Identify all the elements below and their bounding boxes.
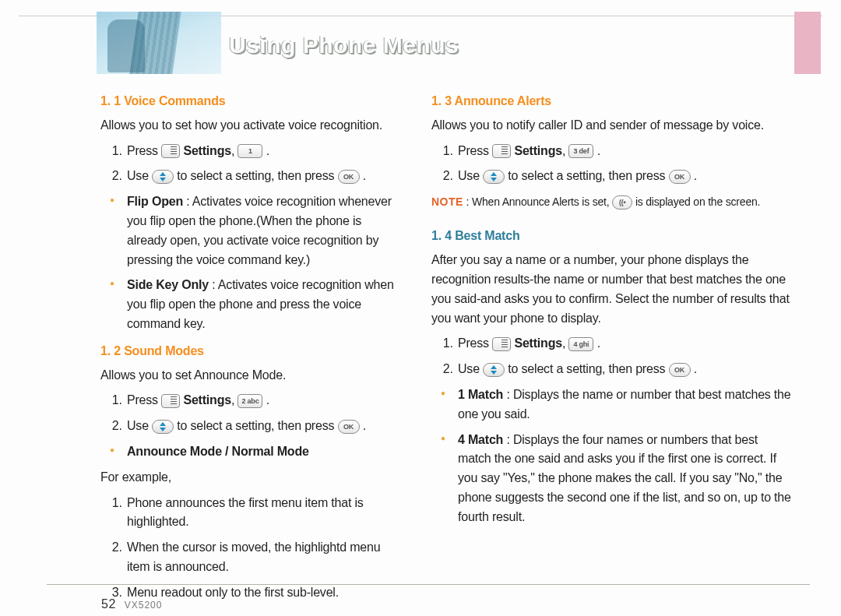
step-1: Press Settings, 3 def . (456, 142, 791, 161)
example-2: When the cursor is moved, the highlightd… (125, 538, 402, 577)
content-columns: 1. 1 Voice Commands Allows you to set ho… (19, 92, 822, 609)
nav-key-icon (152, 170, 174, 184)
step-1: Press Settings, 1 . (125, 142, 402, 161)
example-1: Phone announces the first menu item that… (125, 494, 402, 533)
ok-key-icon: OK (669, 170, 691, 184)
digit-4-key-icon: 4 ghi (568, 337, 593, 351)
model-label: VX5200 (125, 600, 163, 611)
menu-key-icon (492, 337, 511, 351)
page-number: 52 (101, 597, 116, 611)
step-1: Press Settings, 4 ghi . (456, 334, 791, 354)
bullet-side-key: Side Key Only : Activates voice recognit… (110, 276, 402, 333)
bullet-announce-mode: Announce Mode / Normal Mode (110, 442, 402, 462)
bullet-list: 1 Match : Displays the name or number th… (441, 385, 791, 527)
ok-key-icon: OK (338, 420, 360, 434)
digit-3-key-icon: 3 def (568, 144, 593, 158)
step-2: Use to select a setting, then press OK . (125, 417, 402, 436)
heading-announce-alerts: 1. 3 Announce Alerts (431, 92, 791, 111)
digit-1-key-icon: 1 (238, 144, 262, 158)
announce-indicator-icon: ((• (612, 195, 632, 209)
nav-key-icon (483, 170, 505, 184)
ok-key-icon: OK (669, 363, 691, 377)
steps-list: Press Settings, 3 def . Use to select a … (456, 142, 791, 187)
intro-text: Allows you to set Announce Mode. (100, 366, 402, 385)
heading-voice-commands: 1. 1 Voice Commands (100, 92, 402, 111)
note-label: NOTE (431, 195, 463, 208)
bullet-list: Announce Mode / Normal Mode (110, 442, 402, 462)
nav-key-icon (152, 420, 174, 434)
steps-list: Press Settings, 4 ghi . Use to select a … (456, 334, 791, 379)
heading-best-match: 1. 4 Best Match (431, 227, 791, 246)
page-footer: 52 VX5200 (101, 597, 162, 611)
bullet-list: Flip Open : Activates voice recognition … (110, 192, 402, 334)
ok-key-icon: OK (338, 170, 360, 184)
page-title: Using Phone Menus (229, 32, 459, 58)
footer-divider (47, 584, 810, 585)
step-2: Use to select a setting, then press OK . (125, 167, 402, 186)
intro-text: After you say a name or a number, your p… (431, 251, 791, 328)
note-block: NOTE : When Announce Alerts is set, ((• … (431, 194, 791, 209)
menu-key-icon (161, 144, 180, 158)
intro-text: Allows you to set how you activate voice… (100, 116, 402, 136)
bullet-4-match: 4 Match : Displays the four names or num… (441, 431, 791, 527)
decorative-header-image (97, 12, 221, 74)
bullet-flip-open: Flip Open : Activates voice recognition … (110, 192, 402, 269)
menu-key-icon (492, 144, 511, 158)
steps-list: Press Settings, 1 . Use to select a sett… (125, 142, 402, 187)
section-tab (794, 12, 821, 74)
step-2: Use to select a setting, then press OK . (456, 360, 791, 379)
right-column: 1. 3 Announce Alerts Allows you to notif… (420, 92, 822, 609)
example-3: Menu readout only to the first sub-level… (125, 583, 402, 603)
example-intro: For example, (100, 468, 402, 488)
intro-text: Allows you to notify caller ID and sende… (431, 116, 791, 136)
step-1: Press Settings, 2 abc . (125, 391, 402, 410)
heading-sound-modes: 1. 2 Sound Modes (100, 342, 402, 361)
bullet-1-match: 1 Match : Displays the name or number th… (441, 385, 791, 424)
step-2: Use to select a setting, then press OK . (456, 167, 791, 186)
header-band: Using Phone Menus (19, 16, 822, 78)
digit-2-key-icon: 2 abc (238, 394, 262, 408)
left-column: 1. 1 Voice Commands Allows you to set ho… (19, 92, 420, 609)
steps-list: Press Settings, 2 abc . Use to select a … (125, 391, 402, 436)
menu-key-icon (161, 394, 180, 408)
example-list: Phone announces the first menu item that… (114, 494, 402, 603)
nav-key-icon (483, 363, 505, 377)
